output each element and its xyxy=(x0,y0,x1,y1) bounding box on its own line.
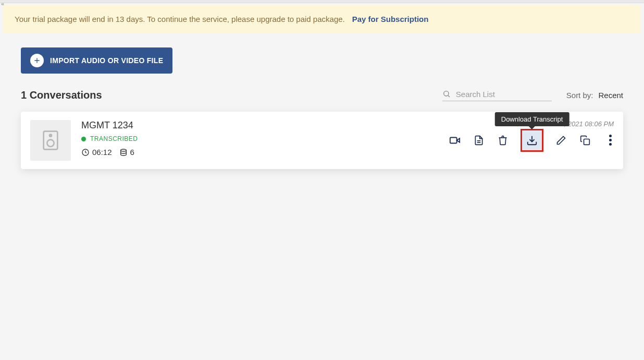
edit-button[interactable] xyxy=(555,134,567,147)
search-field[interactable] xyxy=(442,90,552,101)
download-transcript-button[interactable]: Download Transcript xyxy=(521,129,543,152)
download-tooltip: Download Transcript xyxy=(495,112,569,126)
segments-icon xyxy=(119,148,128,157)
duration-value: 06:12 xyxy=(92,148,112,157)
segments: 6 xyxy=(119,148,134,157)
video-icon xyxy=(449,135,461,146)
duration: 06:12 xyxy=(81,148,112,157)
download-icon xyxy=(526,135,538,146)
pencil-icon xyxy=(556,135,566,146)
svg-point-3 xyxy=(49,135,52,137)
status-dot-icon xyxy=(81,137,86,141)
sort-by-label: Sort by: xyxy=(566,91,593,100)
svg-rect-12 xyxy=(584,139,590,145)
search-input[interactable] xyxy=(456,90,552,99)
transcript-file-icon xyxy=(474,135,484,146)
more-options-button[interactable] xyxy=(607,133,614,148)
conversations-count: 1 Conversations xyxy=(21,89,102,101)
clock-icon xyxy=(81,148,90,157)
trash-icon xyxy=(498,135,508,146)
pay-subscription-link[interactable]: Pay for Subscription xyxy=(352,15,429,23)
plus-icon xyxy=(30,54,44,67)
delete-button[interactable] xyxy=(497,134,509,147)
card-actions: Download Transcript xyxy=(449,133,614,148)
svg-point-0 xyxy=(443,91,448,96)
sort-value[interactable]: Recent xyxy=(598,91,623,100)
import-button-label: IMPORT AUDIO OR VIDEO FILE xyxy=(50,56,163,65)
search-icon xyxy=(442,90,451,98)
collapse-handle[interactable]: « xyxy=(1,1,4,7)
status-text: TRANSCRIBED xyxy=(90,135,138,142)
transcript-button[interactable] xyxy=(473,134,485,147)
video-button[interactable] xyxy=(449,134,461,147)
svg-rect-7 xyxy=(450,137,457,143)
conversation-thumbnail xyxy=(30,120,71,161)
svg-point-4 xyxy=(47,140,54,147)
copy-button[interactable] xyxy=(579,134,591,147)
conversation-title: MGMT 1234 xyxy=(81,120,438,131)
speaker-icon xyxy=(42,129,59,151)
conversation-card[interactable]: 20, 2021 08:06 PM MGMT 1234 TRANSCRIBED xyxy=(21,112,623,169)
segments-value: 6 xyxy=(130,148,134,157)
trial-banner: Your trial package will end in 13 days. … xyxy=(3,5,641,33)
banner-message: Your trial package will end in 13 days. … xyxy=(15,15,345,23)
copy-icon xyxy=(580,135,590,146)
svg-point-6 xyxy=(120,149,126,151)
import-button[interactable]: IMPORT AUDIO OR VIDEO FILE xyxy=(21,47,172,74)
status-badge: TRANSCRIBED xyxy=(81,135,438,142)
svg-line-1 xyxy=(448,95,450,97)
